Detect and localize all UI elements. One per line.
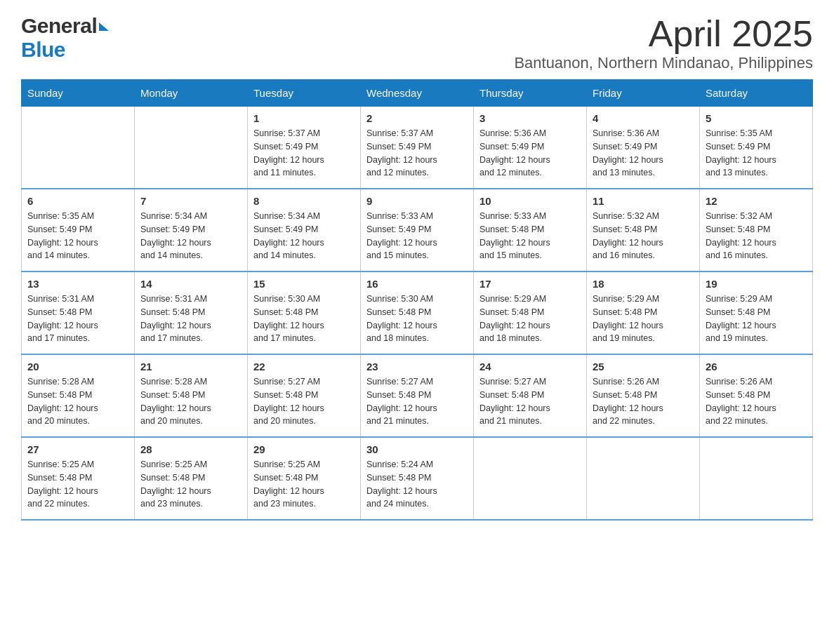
calendar-cell bbox=[135, 107, 248, 189]
day-of-week-header: Sunday bbox=[22, 80, 135, 107]
day-number: 1 bbox=[253, 112, 355, 124]
day-info: Sunrise: 5:34 AMSunset: 5:49 PMDaylight:… bbox=[253, 210, 355, 262]
calendar-cell: 28Sunrise: 5:25 AMSunset: 5:48 PMDayligh… bbox=[135, 437, 248, 520]
logo: General Blue bbox=[21, 14, 109, 62]
day-number: 14 bbox=[140, 278, 241, 290]
day-info: Sunrise: 5:36 AMSunset: 5:49 PMDaylight:… bbox=[593, 127, 694, 180]
day-info: Sunrise: 5:29 AMSunset: 5:48 PMDaylight:… bbox=[479, 293, 581, 345]
calendar-cell: 10Sunrise: 5:33 AMSunset: 5:48 PMDayligh… bbox=[474, 189, 587, 271]
day-info: Sunrise: 5:25 AMSunset: 5:48 PMDaylight:… bbox=[140, 458, 241, 511]
day-number: 11 bbox=[593, 195, 694, 207]
day-number: 23 bbox=[366, 361, 468, 373]
calendar-cell: 11Sunrise: 5:32 AMSunset: 5:48 PMDayligh… bbox=[587, 189, 700, 271]
day-of-week-header: Saturday bbox=[700, 80, 813, 107]
calendar-cell: 30Sunrise: 5:24 AMSunset: 5:48 PMDayligh… bbox=[361, 437, 474, 520]
day-info: Sunrise: 5:36 AMSunset: 5:49 PMDaylight:… bbox=[479, 127, 581, 180]
day-info: Sunrise: 5:30 AMSunset: 5:48 PMDaylight:… bbox=[366, 293, 468, 345]
day-number: 13 bbox=[27, 278, 128, 290]
day-info: Sunrise: 5:27 AMSunset: 5:48 PMDaylight:… bbox=[366, 375, 468, 428]
title-section: April 2025 Bantuanon, Northern Mindanao,… bbox=[514, 14, 813, 72]
calendar-cell: 19Sunrise: 5:29 AMSunset: 5:48 PMDayligh… bbox=[700, 271, 813, 354]
day-number: 25 bbox=[593, 361, 694, 373]
day-info: Sunrise: 5:37 AMSunset: 5:49 PMDaylight:… bbox=[366, 127, 468, 180]
day-info: Sunrise: 5:26 AMSunset: 5:48 PMDaylight:… bbox=[593, 375, 694, 428]
day-info: Sunrise: 5:26 AMSunset: 5:48 PMDaylight:… bbox=[706, 375, 807, 428]
calendar-cell: 12Sunrise: 5:32 AMSunset: 5:48 PMDayligh… bbox=[700, 189, 813, 271]
calendar-cell: 3Sunrise: 5:36 AMSunset: 5:49 PMDaylight… bbox=[474, 107, 587, 189]
calendar-cell: 18Sunrise: 5:29 AMSunset: 5:48 PMDayligh… bbox=[587, 271, 700, 354]
location-title: Bantuanon, Northern Mindanao, Philippine… bbox=[514, 54, 813, 72]
day-of-week-header: Friday bbox=[587, 80, 700, 107]
day-number: 2 bbox=[366, 112, 468, 124]
calendar-week-row: 1Sunrise: 5:37 AMSunset: 5:49 PMDaylight… bbox=[22, 107, 813, 189]
day-number: 5 bbox=[706, 112, 807, 124]
calendar-cell: 5Sunrise: 5:35 AMSunset: 5:49 PMDaylight… bbox=[700, 107, 813, 189]
day-info: Sunrise: 5:28 AMSunset: 5:48 PMDaylight:… bbox=[27, 375, 128, 428]
day-number: 15 bbox=[253, 278, 355, 290]
calendar-cell: 15Sunrise: 5:30 AMSunset: 5:48 PMDayligh… bbox=[248, 271, 361, 354]
calendar-cell bbox=[587, 437, 700, 520]
day-info: Sunrise: 5:29 AMSunset: 5:48 PMDaylight:… bbox=[706, 293, 807, 345]
day-number: 29 bbox=[253, 443, 355, 455]
day-number: 22 bbox=[253, 361, 355, 373]
calendar-cell bbox=[700, 437, 813, 520]
calendar-cell: 2Sunrise: 5:37 AMSunset: 5:49 PMDaylight… bbox=[361, 107, 474, 189]
day-number: 16 bbox=[366, 278, 468, 290]
calendar-cell: 4Sunrise: 5:36 AMSunset: 5:49 PMDaylight… bbox=[587, 107, 700, 189]
calendar-cell: 23Sunrise: 5:27 AMSunset: 5:48 PMDayligh… bbox=[361, 354, 474, 437]
day-info: Sunrise: 5:32 AMSunset: 5:48 PMDaylight:… bbox=[706, 210, 807, 262]
day-of-week-header: Monday bbox=[135, 80, 248, 107]
calendar-cell: 7Sunrise: 5:34 AMSunset: 5:49 PMDaylight… bbox=[135, 189, 248, 271]
day-number: 9 bbox=[366, 195, 468, 207]
calendar-cell: 21Sunrise: 5:28 AMSunset: 5:48 PMDayligh… bbox=[135, 354, 248, 437]
calendar-cell: 8Sunrise: 5:34 AMSunset: 5:49 PMDaylight… bbox=[248, 189, 361, 271]
day-number: 4 bbox=[593, 112, 694, 124]
day-info: Sunrise: 5:25 AMSunset: 5:48 PMDaylight:… bbox=[253, 458, 355, 511]
logo-arrow-icon bbox=[99, 22, 109, 31]
calendar-week-row: 13Sunrise: 5:31 AMSunset: 5:48 PMDayligh… bbox=[22, 271, 813, 354]
day-info: Sunrise: 5:29 AMSunset: 5:48 PMDaylight:… bbox=[593, 293, 694, 345]
calendar-cell: 25Sunrise: 5:26 AMSunset: 5:48 PMDayligh… bbox=[587, 354, 700, 437]
day-number: 17 bbox=[479, 278, 581, 290]
calendar-cell: 1Sunrise: 5:37 AMSunset: 5:49 PMDaylight… bbox=[248, 107, 361, 189]
month-title: April 2025 bbox=[514, 14, 813, 54]
calendar-body: 1Sunrise: 5:37 AMSunset: 5:49 PMDaylight… bbox=[22, 107, 813, 521]
calendar-header: SundayMondayTuesdayWednesdayThursdayFrid… bbox=[22, 80, 813, 107]
day-info: Sunrise: 5:33 AMSunset: 5:48 PMDaylight:… bbox=[479, 210, 581, 262]
calendar-cell: 22Sunrise: 5:27 AMSunset: 5:48 PMDayligh… bbox=[248, 354, 361, 437]
calendar-table: SundayMondayTuesdayWednesdayThursdayFrid… bbox=[21, 79, 813, 521]
day-number: 7 bbox=[140, 195, 241, 207]
day-number: 18 bbox=[593, 278, 694, 290]
day-info: Sunrise: 5:25 AMSunset: 5:48 PMDaylight:… bbox=[27, 458, 128, 511]
day-info: Sunrise: 5:32 AMSunset: 5:48 PMDaylight:… bbox=[593, 210, 694, 262]
day-number: 26 bbox=[706, 361, 807, 373]
day-number: 3 bbox=[479, 112, 581, 124]
calendar-cell bbox=[474, 437, 587, 520]
day-of-week-header: Thursday bbox=[474, 80, 587, 107]
day-of-week-header: Tuesday bbox=[248, 80, 361, 107]
day-number: 10 bbox=[479, 195, 581, 207]
logo-blue: Blue bbox=[21, 38, 65, 61]
page-header: General Blue April 2025 Bantuanon, North… bbox=[21, 14, 813, 72]
day-number: 19 bbox=[706, 278, 807, 290]
day-number: 6 bbox=[27, 195, 128, 207]
calendar-week-row: 27Sunrise: 5:25 AMSunset: 5:48 PMDayligh… bbox=[22, 437, 813, 520]
day-info: Sunrise: 5:33 AMSunset: 5:49 PMDaylight:… bbox=[366, 210, 468, 262]
calendar-cell bbox=[22, 107, 135, 189]
calendar-cell: 13Sunrise: 5:31 AMSunset: 5:48 PMDayligh… bbox=[22, 271, 135, 354]
day-info: Sunrise: 5:28 AMSunset: 5:48 PMDaylight:… bbox=[140, 375, 241, 428]
day-info: Sunrise: 5:27 AMSunset: 5:48 PMDaylight:… bbox=[479, 375, 581, 428]
day-info: Sunrise: 5:37 AMSunset: 5:49 PMDaylight:… bbox=[253, 127, 355, 180]
calendar-cell: 17Sunrise: 5:29 AMSunset: 5:48 PMDayligh… bbox=[474, 271, 587, 354]
calendar-cell: 6Sunrise: 5:35 AMSunset: 5:49 PMDaylight… bbox=[22, 189, 135, 271]
day-info: Sunrise: 5:31 AMSunset: 5:48 PMDaylight:… bbox=[27, 293, 128, 345]
calendar-cell: 20Sunrise: 5:28 AMSunset: 5:48 PMDayligh… bbox=[22, 354, 135, 437]
days-of-week-row: SundayMondayTuesdayWednesdayThursdayFrid… bbox=[22, 80, 813, 107]
calendar-cell: 24Sunrise: 5:27 AMSunset: 5:48 PMDayligh… bbox=[474, 354, 587, 437]
day-info: Sunrise: 5:31 AMSunset: 5:48 PMDaylight:… bbox=[140, 293, 241, 345]
day-number: 20 bbox=[27, 361, 128, 373]
calendar-cell: 16Sunrise: 5:30 AMSunset: 5:48 PMDayligh… bbox=[361, 271, 474, 354]
calendar-week-row: 6Sunrise: 5:35 AMSunset: 5:49 PMDaylight… bbox=[22, 189, 813, 271]
calendar-cell: 29Sunrise: 5:25 AMSunset: 5:48 PMDayligh… bbox=[248, 437, 361, 520]
day-number: 30 bbox=[366, 443, 468, 455]
